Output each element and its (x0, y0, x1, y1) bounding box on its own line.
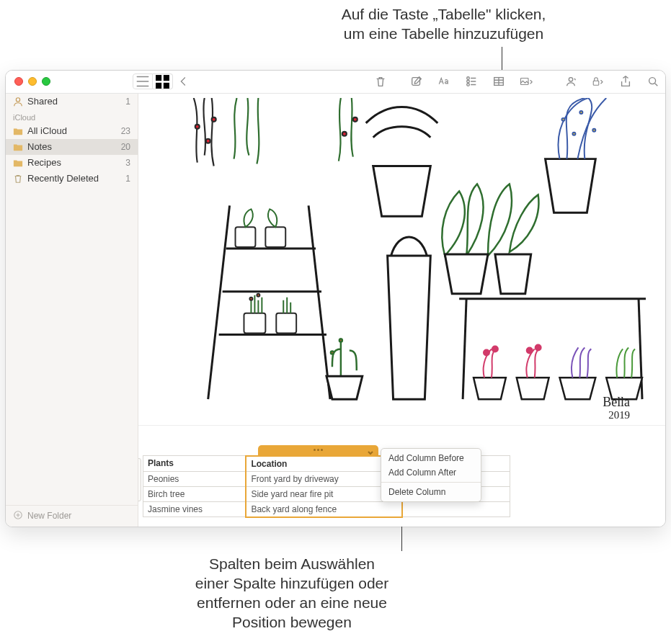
grid-view-button[interactable] (153, 73, 173, 89)
table-cell[interactable]: Side yard near fire pit (246, 486, 401, 501)
menu-item-add-column-before[interactable]: Add Column Before (381, 451, 481, 465)
svg-point-5 (467, 77, 470, 80)
svg-point-12 (649, 78, 656, 84)
new-folder-label: New Folder (27, 511, 71, 521)
search-icon (646, 75, 659, 88)
delete-button[interactable] (373, 73, 388, 89)
sidebar-item-count: 3 (125, 158, 130, 168)
format-icon (437, 75, 450, 88)
plus-circle-icon (13, 510, 23, 522)
table-row[interactable]: Jasmine vines Back yard along fence (143, 501, 510, 517)
table-cell[interactable]: Birch tree (143, 486, 246, 501)
sidebar-item-label: Recipes (27, 157, 61, 168)
svg-rect-1 (164, 75, 169, 81)
chevron-left-icon (177, 75, 190, 88)
sidebar-item-all-icloud[interactable]: All iCloud 23 (6, 123, 138, 139)
menu-item-add-column-after[interactable]: Add Column After (381, 465, 481, 480)
svg-rect-2 (156, 82, 161, 88)
fullscreen-window-button[interactable] (42, 77, 50, 86)
table-button[interactable] (491, 73, 507, 89)
media-button[interactable] (518, 73, 534, 89)
sidebar-item-shared[interactable]: Shared 1 (6, 94, 138, 109)
share-icon (619, 75, 632, 88)
table-cell[interactable]: Back yard along fence (246, 501, 401, 517)
new-folder-button[interactable]: New Folder (6, 505, 138, 527)
sidebar-section-header: iCloud (6, 109, 138, 123)
list-view-icon (133, 72, 152, 91)
menu-item-delete-column[interactable]: Delete Column (381, 485, 481, 499)
note-drawing: Bella 2019 (138, 94, 665, 426)
format-button[interactable] (436, 73, 452, 89)
note-content: Bella 2019 Plants Locatio (138, 94, 665, 527)
share-button[interactable] (618, 73, 634, 89)
trash-icon (374, 75, 387, 88)
sidebar-item-recently-deleted[interactable]: Recently Deleted 1 (6, 171, 138, 187)
svg-point-18 (249, 297, 252, 300)
chevron-down-icon (367, 447, 374, 460)
callout-line-top (502, 47, 502, 70)
svg-point-22 (206, 138, 210, 143)
sidebar-item-label: Notes (27, 141, 52, 152)
callout-bottom: Spalten beim Auswählen einer Spalte hinz… (166, 554, 418, 632)
toolbar-right (409, 73, 661, 89)
sidebar-item-recipes[interactable]: Recipes 3 (6, 155, 138, 171)
svg-point-31 (492, 346, 498, 352)
svg-point-35 (331, 351, 334, 354)
sidebar-item-label: All iCloud (27, 125, 67, 136)
svg-point-28 (592, 128, 595, 131)
lock-button[interactable] (590, 73, 606, 89)
table-header[interactable]: Plants (143, 456, 246, 472)
callout-line-bottom (401, 524, 402, 551)
svg-point-27 (579, 111, 582, 114)
table-cell[interactable]: Front yard by driveway (246, 471, 401, 486)
table-cell[interactable]: Jasmine vines (143, 501, 246, 517)
folder-icon (13, 158, 23, 168)
traffic-lights (10, 77, 55, 86)
menu-separator (381, 482, 481, 483)
svg-rect-20 (276, 313, 296, 333)
plants-drawing: Bella 2019 (143, 98, 661, 421)
minimize-window-button[interactable] (28, 77, 37, 86)
svg-rect-3 (164, 82, 169, 88)
svg-point-34 (339, 339, 342, 341)
svg-point-7 (467, 84, 470, 86)
svg-point-25 (353, 117, 357, 121)
media-icon (520, 75, 533, 88)
collaborate-button[interactable] (563, 73, 579, 89)
column-context-menu: Add Column Before Add Column After Delet… (381, 448, 481, 502)
checklist-button[interactable] (463, 73, 479, 89)
sidebar-item-label: Shared (27, 96, 58, 107)
svg-point-32 (527, 347, 533, 353)
svg-text:2019: 2019 (608, 409, 630, 421)
drawing-signature: Bella (603, 395, 630, 409)
search-button[interactable] (645, 73, 661, 89)
table-icon (492, 75, 505, 88)
list-view-button[interactable] (133, 73, 153, 89)
back-button[interactable] (176, 73, 192, 89)
compose-button[interactable] (409, 73, 425, 89)
table-header[interactable]: Location (246, 456, 401, 472)
sidebar-item-notes[interactable]: Notes 20 (6, 139, 138, 155)
sidebar-item-count: 1 (125, 97, 130, 107)
svg-rect-15 (236, 227, 256, 247)
svg-rect-17 (244, 313, 265, 333)
folder-icon (13, 126, 23, 136)
close-window-button[interactable] (14, 77, 23, 86)
window-body: Shared 1 iCloud All iCloud 23 Notes 20 (6, 94, 665, 527)
sidebar-item-count: 23 (121, 126, 130, 136)
svg-rect-11 (593, 81, 599, 85)
svg-point-30 (484, 349, 489, 355)
person-icon (13, 97, 23, 107)
row-handle[interactable] (138, 458, 141, 501)
view-segmented-control (133, 73, 173, 89)
trash-icon (13, 174, 23, 184)
checklist-icon (465, 75, 478, 88)
sidebar: Shared 1 iCloud All iCloud 23 Notes 20 (6, 94, 138, 527)
table-cell[interactable]: Peonies (143, 471, 246, 486)
column-handle[interactable] (258, 445, 378, 455)
callout-top: Auf die Taste „Tabelle" klicken, um eine… (216, 0, 671, 44)
svg-point-10 (569, 78, 572, 81)
svg-point-24 (342, 131, 347, 135)
lock-icon (592, 75, 605, 88)
table-cell[interactable] (402, 501, 510, 517)
